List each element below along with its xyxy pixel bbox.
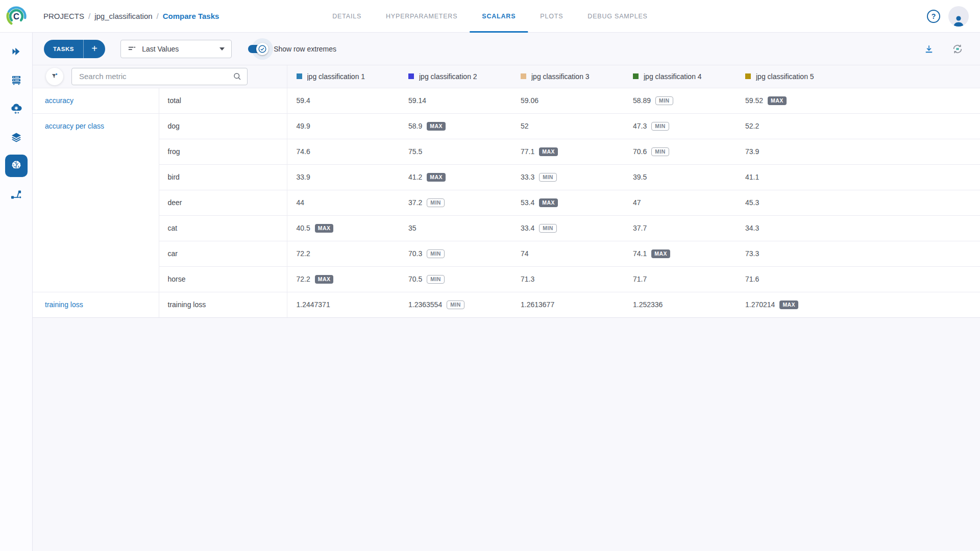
values-mode-dropdown[interactable]: Last Values <box>120 40 232 58</box>
experiment-name[interactable]: jpg classification 2 <box>419 72 477 81</box>
metric-value: 40.5 <box>297 224 310 232</box>
help-icon[interactable]: ? <box>927 10 940 23</box>
variant-cell: horse <box>159 266 287 292</box>
clearml-logo-icon: C <box>5 5 28 28</box>
experiment-name[interactable]: jpg classification 3 <box>531 72 590 81</box>
tasks-button[interactable]: TASKS <box>44 40 83 58</box>
pipeline-icon <box>10 188 22 201</box>
experiment-column-header: jpg classification 4 <box>624 65 736 88</box>
sidebar-item-models[interactable] <box>5 155 28 177</box>
header-actions: ? <box>927 6 980 27</box>
value-cell: 73.3 <box>736 241 848 266</box>
metric-value: 70.6 <box>633 147 647 156</box>
search-icon <box>233 72 242 81</box>
tab-scalars[interactable]: SCALARS <box>470 0 528 33</box>
sidebar-item-workers-queues[interactable] <box>5 69 28 91</box>
value-cell: 49.9 <box>287 113 399 139</box>
auto-refresh-icon <box>951 43 964 55</box>
experiment-column-header: jpg classification 2 <box>399 65 511 88</box>
value-cell: 59.52MAX <box>736 88 848 113</box>
metric-value: 33.3 <box>521 173 534 181</box>
tab-hyperparameters[interactable]: HYPERPARAMETERS <box>374 0 470 33</box>
variant-cell: car <box>159 241 287 266</box>
layers-icon <box>10 131 22 143</box>
max-badge: MAX <box>315 275 334 284</box>
show-row-extremes-toggle[interactable] <box>248 45 267 53</box>
experiment-name[interactable]: jpg classification 1 <box>307 72 365 81</box>
metric-value: 41.1 <box>745 173 759 181</box>
experiment-color-swatch <box>745 73 751 79</box>
metric-link[interactable]: training loss <box>45 300 83 309</box>
metric-search-input[interactable] <box>79 72 233 81</box>
metric-value: 37.2 <box>408 198 422 207</box>
min-badge: MIN <box>539 224 556 233</box>
main-content: TASKS + Last Values <box>33 33 980 551</box>
max-badge: MAX <box>427 122 446 131</box>
metric-row: accuracy per classdog49.958.9MAX5247.3MI… <box>33 113 980 139</box>
sidebar-item-datasets[interactable] <box>5 126 28 148</box>
metric-value: 59.14 <box>408 96 426 105</box>
value-cell: 58.9MAX <box>399 113 511 139</box>
experiment-color-swatch <box>297 73 302 79</box>
sidebar-item-pipelines[interactable] <box>5 183 28 206</box>
tab-details[interactable]: DETAILS <box>320 0 374 33</box>
metric-value: 35 <box>408 224 416 232</box>
sidebar-item-applications[interactable] <box>5 97 28 120</box>
table-search-header <box>33 65 287 88</box>
max-badge: MAX <box>768 96 787 105</box>
breadcrumb-projects[interactable]: PROJECTS <box>43 12 84 20</box>
value-cell: 74 <box>511 241 624 266</box>
metric-row: frog74.675.577.1MAX70.6MIN73.9 <box>33 139 980 164</box>
value-cell: 71.6 <box>736 266 848 292</box>
breadcrumb-project-name[interactable]: jpg_classification <box>94 12 152 20</box>
metric-value: 72.2 <box>297 249 310 258</box>
auto-refresh-button[interactable] <box>950 42 965 56</box>
server-icon <box>10 74 22 86</box>
metric-link[interactable]: accuracy <box>45 96 74 105</box>
experiment-name[interactable]: jpg classification 5 <box>756 72 814 81</box>
metric-row: training losstraining loss1.24473711.236… <box>33 292 980 317</box>
min-badge: MIN <box>447 300 464 309</box>
tab-plots[interactable]: PLOTS <box>528 0 575 33</box>
breadcrumb-separator: / <box>157 12 159 20</box>
metric-cell: accuracy per class <box>33 113 159 292</box>
metric-value: 75.5 <box>408 147 422 156</box>
experiment-name[interactable]: jpg classification 4 <box>644 72 702 81</box>
max-badge: MAX <box>315 224 334 233</box>
metric-value: 70.5 <box>408 275 422 283</box>
value-cell: 58.89MIN <box>624 88 736 113</box>
value-cell: 75.5 <box>399 139 511 164</box>
download-csv-button[interactable] <box>922 42 936 56</box>
side-nav <box>0 33 33 551</box>
chevron-down-icon <box>219 47 225 51</box>
value-cell: 70.3MIN <box>399 241 511 266</box>
user-avatar[interactable] <box>948 6 969 27</box>
values-mode-value: Last Values <box>142 45 179 53</box>
variant-cell: dog <box>159 113 287 139</box>
metric-value: 34.3 <box>745 224 759 232</box>
value-cell: 73.9 <box>736 139 848 164</box>
cloud-gear-icon <box>10 102 23 115</box>
double-chevron-icon <box>10 45 22 58</box>
variant-cell: cat <box>159 215 287 241</box>
metric-row: horse72.2MAX70.5MIN71.371.771.6 <box>33 266 980 292</box>
metric-row: deer4437.2MIN53.4MAX4745.3 <box>33 190 980 215</box>
tab-bar: DETAILSHYPERPARAMETERSSCALARSPLOTSDEBUG … <box>320 0 659 33</box>
value-cell: 77.1MAX <box>511 139 624 164</box>
max-badge: MAX <box>539 147 558 156</box>
row-filler <box>848 292 980 317</box>
value-cell: 47 <box>624 190 736 215</box>
metric-value: 58.89 <box>633 96 651 105</box>
filter-button[interactable] <box>46 68 63 85</box>
value-cell: 74.1MAX <box>624 241 736 266</box>
min-badge: MIN <box>427 198 444 207</box>
tab-debug-samples[interactable]: DEBUG SAMPLES <box>575 0 659 33</box>
metric-link[interactable]: accuracy per class <box>45 122 104 130</box>
row-filler <box>848 113 980 139</box>
variant-cell: training loss <box>159 292 287 317</box>
metric-value: 59.52 <box>745 96 763 105</box>
sidebar-item-expand[interactable] <box>5 40 28 63</box>
value-cell: 71.3 <box>511 266 624 292</box>
brain-icon <box>10 159 23 172</box>
add-task-button[interactable]: + <box>84 40 105 58</box>
